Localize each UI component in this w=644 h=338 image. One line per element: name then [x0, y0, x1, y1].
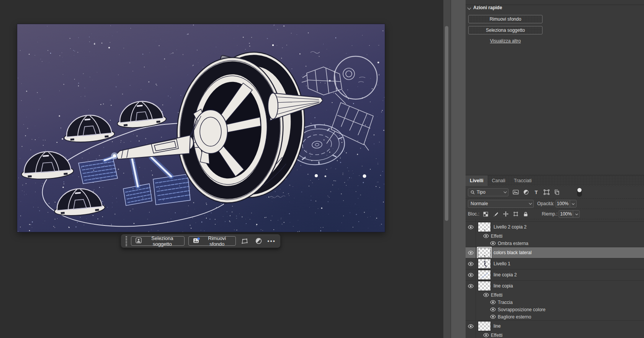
- filter-toggle-switch[interactable]: [577, 188, 582, 197]
- layer-name[interactable]: line copia 2: [494, 272, 517, 278]
- filter-type-label: Tipo: [477, 189, 485, 195]
- person-icon: [136, 237, 142, 245]
- effect-name: Bagliore esterno: [498, 314, 531, 320]
- lock-position-icon[interactable]: [502, 211, 509, 217]
- effect-name: Sovrapposizione colore: [498, 307, 546, 312]
- visibility-eye-icon[interactable]: [483, 234, 489, 238]
- visibility-eye-icon[interactable]: [490, 315, 496, 319]
- opacity-input[interactable]: 100%: [556, 200, 577, 207]
- filter-type-layers-icon[interactable]: T: [533, 189, 539, 196]
- layer-name[interactable]: colors black lateral: [494, 250, 531, 255]
- tab-canali[interactable]: Canali: [487, 175, 509, 186]
- effect-row[interactable]: Ombra esterna: [466, 240, 644, 247]
- search-icon: [471, 190, 475, 194]
- panel-dock-strip: [451, 0, 466, 338]
- layer-name[interactable]: line: [494, 323, 501, 329]
- fill-input[interactable]: 100%: [559, 210, 580, 218]
- visibility-eye-icon[interactable]: [490, 300, 496, 304]
- visibility-eye-icon[interactable]: [466, 251, 476, 255]
- view-more-link[interactable]: Visualizza altro: [490, 38, 521, 44]
- layer-thumbnail[interactable]: [478, 321, 491, 331]
- effect-name: Ombra esterna: [498, 241, 528, 246]
- lock-all-icon[interactable]: [522, 211, 529, 217]
- document-scrollbar-thumb[interactable]: [445, 26, 448, 221]
- filter-pixel-layers-icon[interactable]: [512, 189, 519, 196]
- right-panel: Azioni rapide Rimuovi sfondo Seleziona s…: [466, 0, 644, 338]
- filter-shape-layers-icon[interactable]: [543, 189, 550, 196]
- layer-thumbnail[interactable]: [478, 281, 491, 291]
- chevron-down-icon: [467, 6, 471, 10]
- tab-tracciati[interactable]: Tracciati: [510, 175, 536, 186]
- filter-smart-objects-icon[interactable]: [554, 189, 560, 196]
- adjustments-icon[interactable]: [253, 236, 263, 246]
- blend-mode-row: Normale Opacità: 100%: [466, 199, 644, 209]
- blend-mode-select[interactable]: Normale: [468, 200, 534, 208]
- opacity-label: Opacità:: [537, 201, 554, 206]
- filter-type-select[interactable]: Tipo: [468, 188, 508, 196]
- layer-row[interactable]: line copia 2: [466, 269, 644, 280]
- lock-transparency-icon[interactable]: [482, 211, 489, 217]
- layers-panel: Livelli Canali Tracciati Tipo T: [466, 175, 644, 338]
- opacity-dropdown-chevron[interactable]: [570, 200, 576, 207]
- remove-background-label: Rimuovi sfondo: [203, 235, 231, 247]
- select-subject-label: Seleziona soggetto: [144, 235, 180, 247]
- effects-label: Effetti: [491, 233, 502, 239]
- filter-adjustment-layers-icon[interactable]: [523, 189, 529, 196]
- layer-name[interactable]: Livello 1: [494, 261, 510, 266]
- lock-label: Bloc.:: [468, 211, 479, 217]
- layer-row[interactable]: colors black lateral: [466, 247, 644, 258]
- layer-row[interactable]: Livello 2 copia 2: [466, 221, 644, 232]
- visibility-eye-icon[interactable]: [466, 324, 476, 328]
- fill-dropdown-chevron[interactable]: [573, 211, 579, 217]
- effects-label: Effetti: [491, 292, 502, 298]
- effects-header-row[interactable]: Effetti: [466, 291, 644, 299]
- drag-handle[interactable]: [126, 236, 127, 246]
- document-scrollbar-track[interactable]: [443, 0, 451, 338]
- layer-filter-row: Tipo T: [466, 186, 644, 199]
- visibility-eye-icon[interactable]: [490, 241, 496, 245]
- quick-actions-title: Azioni rapide: [473, 5, 502, 10]
- effects-header-row[interactable]: Effetti: [466, 232, 644, 240]
- more-options-icon[interactable]: •••: [267, 236, 276, 246]
- remove-background-button[interactable]: Rimuovi sfondo: [188, 236, 236, 246]
- effect-row[interactable]: Sovrapposizione colore: [466, 306, 644, 313]
- visibility-eye-icon[interactable]: [466, 225, 476, 229]
- qa-remove-background-button[interactable]: Rimuovi sfondo: [468, 15, 543, 23]
- effects-label: Effetti: [491, 333, 502, 338]
- layer-thumbnail[interactable]: [478, 222, 491, 232]
- space-station-illustration: [17, 24, 385, 232]
- qa-select-subject-button[interactable]: Seleziona soggetto: [468, 26, 543, 34]
- panel-tab-bar: Livelli Canali Tracciati: [466, 175, 644, 186]
- visibility-eye-icon[interactable]: [483, 333, 489, 337]
- lock-paint-icon[interactable]: [492, 211, 499, 217]
- visibility-eye-icon[interactable]: [466, 262, 476, 266]
- opacity-value: 100%: [556, 200, 570, 207]
- document-canvas[interactable]: [17, 24, 385, 232]
- select-subject-button[interactable]: Seleziona soggetto: [131, 236, 185, 246]
- visibility-eye-icon[interactable]: [466, 273, 476, 277]
- effects-header-row[interactable]: Effetti: [466, 331, 644, 338]
- lock-artboard-icon[interactable]: [512, 211, 519, 217]
- layer-row[interactable]: line copia: [466, 280, 644, 291]
- image-badge-icon: [193, 237, 200, 245]
- layer-name[interactable]: line copia: [494, 283, 513, 289]
- tab-livelli[interactable]: Livelli: [466, 175, 487, 186]
- lock-row: Bloc.:: [466, 209, 644, 219]
- layer-row[interactable]: line: [466, 320, 644, 331]
- layer-row[interactable]: Livello 1: [466, 258, 644, 269]
- visibility-eye-icon[interactable]: [483, 293, 489, 297]
- layer-thumbnail[interactable]: [478, 259, 491, 269]
- transform-icon[interactable]: [240, 236, 250, 246]
- effect-row[interactable]: Bagliore esterno: [466, 313, 644, 320]
- fill-value: 100%: [559, 211, 573, 217]
- layer-thumbnail[interactable]: [478, 270, 491, 280]
- layer-thumbnail[interactable]: [478, 248, 491, 258]
- visibility-eye-icon[interactable]: [490, 307, 496, 312]
- fill-label: Riemp.:: [542, 211, 557, 217]
- eye-column-divider: [476, 219, 476, 338]
- quick-actions-header[interactable]: Azioni rapide: [468, 5, 502, 10]
- visibility-eye-icon[interactable]: [466, 284, 476, 288]
- effect-row[interactable]: Traccia: [466, 299, 644, 306]
- layer-name[interactable]: Livello 2 copia 2: [494, 224, 526, 230]
- contextual-task-bar: Seleziona soggetto Rimuovi sfondo •••: [121, 234, 281, 248]
